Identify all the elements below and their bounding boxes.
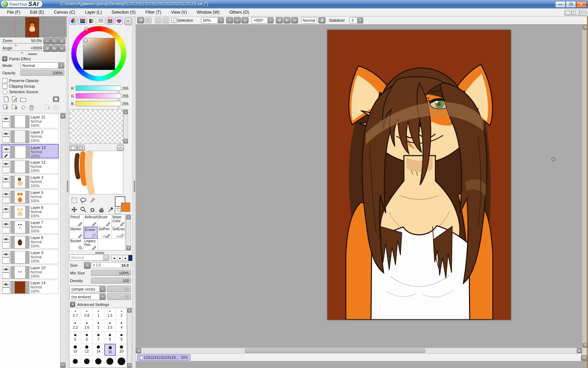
checkbox-icon[interactable] [2,84,7,89]
layer-list-scrollbar[interactable]: ▲ ▼ [60,113,66,368]
new-folder-button[interactable] [20,96,27,103]
horizontal-scrollbar[interactable]: ◀ ▶ [136,348,582,353]
layer-mode-select[interactable]: Normal ▼ [20,62,64,69]
rgb-slider-toggle[interactable] [78,18,86,25]
brush-edge-shape-3[interactable]: ▲ [122,255,128,261]
close-button[interactable]: × [576,1,587,8]
layer-paint-slot[interactable] [2,152,10,158]
move-tool[interactable] [70,205,78,214]
brush-size-10[interactable]: 10 [70,344,81,356]
delete-layer-button[interactable] [28,104,35,111]
layer-paint-slot[interactable] [2,242,10,248]
new-layer-button[interactable] [3,96,10,103]
layer-visibility-toggle[interactable] [2,130,10,137]
zoom-out-button[interactable]: − [226,17,233,23]
brush-edge-shape-2[interactable]: ▲ [117,255,123,261]
layer-item[interactable]: Layer 9Normal100% [1,250,59,264]
scroll-up-button[interactable]: ▲ [124,110,128,114]
panel-layout-button-2[interactable] [572,10,579,16]
brush-tool-eraser[interactable]: Eraser [84,227,98,239]
saturation-value-square[interactable] [83,38,115,70]
layer-visibility-toggle[interactable] [2,146,10,152]
brush-size-2.6[interactable]: 2.6 [81,320,93,332]
brush-size-7[interactable]: 7 [93,332,104,344]
brush-tool-brush[interactable]: Brush [98,215,112,227]
menu-others[interactable]: Others (O) [224,9,254,16]
eyedropper-tool[interactable] [106,205,115,214]
panel-divider[interactable] [132,16,136,368]
sv-cursor[interactable] [84,39,87,42]
brush-tool-airbrush[interactable]: AirBrush [84,215,98,227]
layer-item[interactable]: Layer 13Normal100% [1,159,59,173]
scratchpad-toggle[interactable] [115,18,123,25]
brush-size-large[interactable] [104,356,116,368]
layer-item[interactable]: Layer 5Normal100% [1,189,59,204]
menu-view[interactable]: View (V) [166,9,192,16]
new-linework-layer-button[interactable] [11,96,18,103]
brush-size-large[interactable] [70,356,81,368]
layer-paint-slot[interactable] [2,167,10,173]
brush-size-large[interactable] [93,356,104,368]
transfer-layer-down-button[interactable] [11,104,18,111]
brush-size-1[interactable]: 1 [93,308,104,320]
rotate-cw-button[interactable]: ↻ [284,17,290,23]
scratchpad-menu-button[interactable] [117,145,124,151]
menu-file[interactable]: File (F) [2,9,25,16]
menu-canvas[interactable]: Canvas (C) [49,9,80,16]
brush-tool-water-color[interactable]: Water Color [112,215,126,227]
restore-button[interactable]: ❒ [566,1,576,8]
brush-size-8[interactable]: 8 [104,332,116,344]
brush-tool-marker[interactable]: Marker [70,227,84,239]
layer-paint-slot[interactable] [2,122,10,128]
zoom-out-button[interactable]: − [43,38,51,45]
minimize-button[interactable]: — [555,1,566,8]
redo-button[interactable]: ↻ [145,17,152,23]
selection-source-radio[interactable]: Selection Source [2,89,38,94]
dropdown-arrow-icon[interactable]: ▼ [99,294,105,300]
layer-visibility-toggle[interactable] [2,281,10,287]
transparent-color-swatch[interactable] [115,208,120,214]
brush-size-2.3[interactable]: 2.3 [70,320,81,332]
document-tab[interactable]: 123123123123123... 50% [137,354,190,361]
stabilizer-select[interactable]: 3 ▼ [349,17,363,23]
brush-size-0.8[interactable]: 0.8 [81,308,93,320]
layer-item[interactable]: Layer 11Normal100% [1,114,59,128]
brush-tool-legacy-pen[interactable]: Legacy Pen [84,239,98,251]
zoom-slider-thumb[interactable] [14,44,18,46]
g-slider[interactable] [76,93,121,98]
merge-down-button[interactable] [44,104,51,111]
brush-tool-pencil[interactable]: Pencil [70,215,84,227]
size-unit-button[interactable]: ▼ [84,262,91,269]
layer-paint-slot[interactable] [2,227,10,233]
zoom-slider[interactable] [2,43,42,43]
dropdown-arrow-icon[interactable]: ▼ [99,286,105,292]
merge-visible-button[interactable] [52,104,59,111]
brush-texture-select[interactable]: (no texture) ▼ [69,293,106,300]
panel-collapse-handle[interactable] [28,53,37,55]
layer-item[interactable]: Layer 14Normal100% [1,280,59,294]
brush-tool-selpen[interactable]: SelPen(S) [98,227,112,239]
menu-edit[interactable]: Edit (E) [25,9,49,16]
hsv-slider-toggle[interactable] [88,18,96,25]
hscroll-thumb[interactable] [245,349,425,353]
size-grid-scrollbar[interactable]: ▲ ▼ [127,308,132,368]
scroll-down-button[interactable]: ▼ [61,362,65,368]
menu-filter[interactable]: Filter (T) [140,9,166,16]
panel-menu-button[interactable]: ▼ [125,18,132,25]
checkbox-icon[interactable] [2,78,7,83]
layer-visibility-toggle[interactable] [2,191,10,197]
brush-tool-bucket[interactable]: Bucket [70,239,84,251]
undo-button[interactable]: ↺ [137,17,144,23]
panel-collapse-handle[interactable] [95,252,104,254]
canvas-document[interactable] [327,30,511,320]
dropdown-arrow-icon[interactable]: ▼ [357,18,363,23]
scratchpad-prev-button[interactable] [69,145,77,151]
menu-selection[interactable]: Selection (S) [107,9,141,16]
canvas-zoom-select[interactable]: 50% ▼ [201,17,224,23]
hand-tool[interactable] [97,205,106,214]
brush-size-16[interactable]: 16 [104,344,116,356]
dropdown-arrow-icon[interactable]: ▼ [58,63,64,68]
layer-item[interactable]: Layer 6Normal100% [1,204,59,219]
view-mode-box[interactable]: Normal [301,17,317,23]
copy-layer-down-button[interactable] [3,104,10,111]
